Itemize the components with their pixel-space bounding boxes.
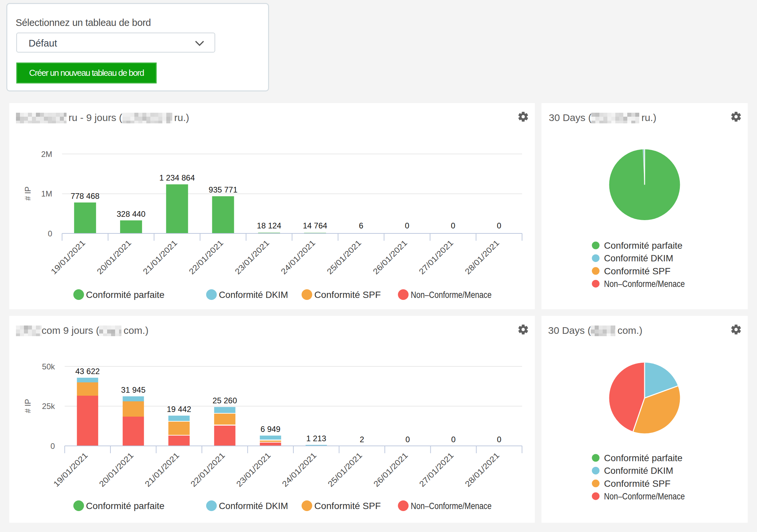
svg-text:6: 6 xyxy=(359,221,363,230)
svg-text:28/01/2021: 28/01/2021 xyxy=(463,238,501,276)
svg-text:1M: 1M xyxy=(41,189,52,198)
svg-text:26/01/2021: 26/01/2021 xyxy=(371,238,409,276)
svg-text:# IP: # IP xyxy=(23,399,32,413)
svg-text:2M: 2M xyxy=(41,150,52,159)
svg-text:24/01/2021: 24/01/2021 xyxy=(279,238,317,276)
svg-text:19/01/2021: 19/01/2021 xyxy=(52,451,89,488)
svg-text:22/01/2021: 22/01/2021 xyxy=(189,451,227,488)
svg-text:Non–Conforme/Menace: Non–Conforme/Menace xyxy=(411,501,492,511)
svg-text:Conformité SPF: Conformité SPF xyxy=(314,501,381,511)
svg-text:Conformité SPF: Conformité SPF xyxy=(604,266,671,276)
svg-text:Conformité DKIM: Conformité DKIM xyxy=(219,501,288,511)
svg-text:20/01/2021: 20/01/2021 xyxy=(97,451,135,488)
svg-text:50k: 50k xyxy=(42,362,55,371)
svg-text:31 945: 31 945 xyxy=(121,385,145,394)
svg-text:0: 0 xyxy=(51,442,55,451)
svg-text:22/01/2021: 22/01/2021 xyxy=(187,238,225,276)
svg-text:1 213: 1 213 xyxy=(306,434,326,443)
svg-text:0: 0 xyxy=(405,435,410,444)
svg-text:Non–Conforme/Menace: Non–Conforme/Menace xyxy=(411,290,492,300)
svg-text:18 124: 18 124 xyxy=(257,221,281,230)
svg-text:0: 0 xyxy=(405,221,409,230)
svg-text:23/01/2021: 23/01/2021 xyxy=(234,451,272,488)
svg-text:0: 0 xyxy=(48,229,52,238)
svg-text:778 468: 778 468 xyxy=(71,192,99,200)
svg-text:6 949: 6 949 xyxy=(260,425,280,434)
svg-text:27/01/2021: 27/01/2021 xyxy=(417,451,455,488)
svg-text:25 260: 25 260 xyxy=(213,396,237,405)
svg-text:328 440: 328 440 xyxy=(117,209,146,218)
svg-text:Conformité parfaite: Conformité parfaite xyxy=(604,453,682,463)
svg-text:19/01/2021: 19/01/2021 xyxy=(49,238,87,276)
svg-text:2: 2 xyxy=(360,435,364,444)
svg-text:28/01/2021: 28/01/2021 xyxy=(463,451,501,488)
svg-text:0: 0 xyxy=(497,221,501,230)
svg-text:Conformité parfaite: Conformité parfaite xyxy=(86,290,165,300)
svg-text:21/01/2021: 21/01/2021 xyxy=(141,238,179,276)
svg-text:# IP: # IP xyxy=(23,187,32,201)
svg-text:Conformité DKIM: Conformité DKIM xyxy=(604,253,673,263)
svg-text:21/01/2021: 21/01/2021 xyxy=(143,451,181,488)
svg-text:25/01/2021: 25/01/2021 xyxy=(326,451,364,488)
svg-text:Conformité DKIM: Conformité DKIM xyxy=(604,466,673,476)
svg-text:0: 0 xyxy=(497,435,501,444)
svg-text:Conformité DKIM: Conformité DKIM xyxy=(219,290,288,300)
svg-text:0: 0 xyxy=(451,221,455,230)
svg-text:25k: 25k xyxy=(42,402,55,411)
svg-text:Conformité SPF: Conformité SPF xyxy=(314,290,381,300)
svg-text:14 764: 14 764 xyxy=(303,221,327,230)
svg-text:Non–Conforme/Menace: Non–Conforme/Menace xyxy=(604,491,685,501)
svg-text:25/01/2021: 25/01/2021 xyxy=(325,238,363,276)
svg-text:23/01/2021: 23/01/2021 xyxy=(233,238,271,276)
svg-text:Non–Conforme/Menace: Non–Conforme/Menace xyxy=(604,279,685,289)
svg-text:1 234 864: 1 234 864 xyxy=(159,173,195,182)
svg-text:935 771: 935 771 xyxy=(209,185,237,194)
svg-text:26/01/2021: 26/01/2021 xyxy=(372,451,409,488)
svg-text:Conformité SPF: Conformité SPF xyxy=(604,478,671,489)
svg-text:27/01/2021: 27/01/2021 xyxy=(417,238,455,276)
svg-text:19 442: 19 442 xyxy=(167,405,191,414)
svg-text:24/01/2021: 24/01/2021 xyxy=(280,451,318,488)
svg-text:43 622: 43 622 xyxy=(75,367,99,376)
svg-text:0: 0 xyxy=(451,435,456,444)
svg-text:20/01/2021: 20/01/2021 xyxy=(95,238,133,276)
svg-text:Conformité parfaite: Conformité parfaite xyxy=(86,501,165,511)
svg-text:Conformité parfaite: Conformité parfaite xyxy=(604,240,682,251)
